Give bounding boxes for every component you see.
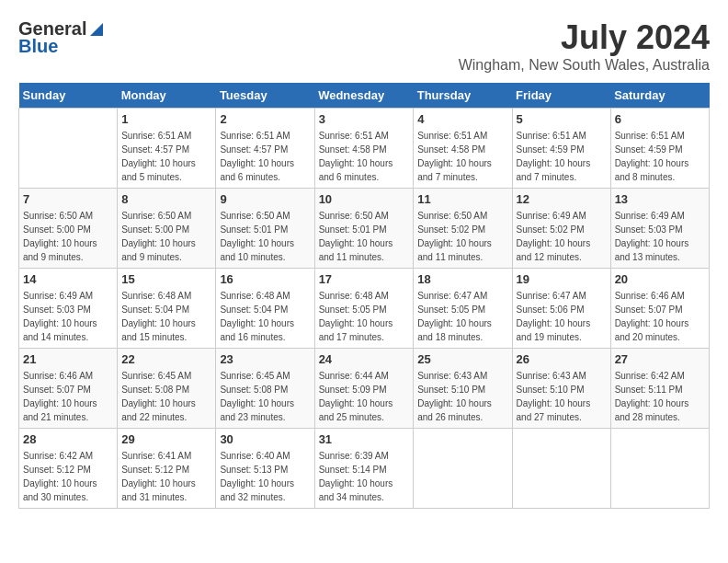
calendar-cell: 10Sunrise: 6:50 AMSunset: 5:01 PMDayligh… [314, 189, 414, 269]
day-header-monday: Monday [118, 83, 216, 109]
day-detail: Sunrise: 6:42 AMSunset: 5:12 PMDaylight:… [23, 449, 113, 504]
day-number: 14 [23, 272, 113, 286]
calendar-cell: 31Sunrise: 6:39 AMSunset: 5:14 PMDayligh… [314, 429, 414, 509]
logo: General Blue [18, 18, 105, 57]
day-number: 21 [23, 352, 113, 366]
calendar-cell: 16Sunrise: 6:48 AMSunset: 5:04 PMDayligh… [216, 269, 314, 349]
day-detail: Sunrise: 6:41 AMSunset: 5:12 PMDaylight:… [121, 449, 211, 504]
day-detail: Sunrise: 6:48 AMSunset: 5:05 PMDaylight:… [319, 289, 410, 344]
day-number: 23 [220, 352, 310, 366]
day-detail: Sunrise: 6:51 AMSunset: 4:57 PMDaylight:… [121, 129, 211, 184]
calendar-cell: 8Sunrise: 6:50 AMSunset: 5:00 PMDaylight… [118, 189, 216, 269]
day-detail: Sunrise: 6:46 AMSunset: 5:07 PMDaylight:… [23, 369, 113, 424]
calendar-cell: 13Sunrise: 6:49 AMSunset: 5:03 PMDayligh… [610, 189, 709, 269]
day-header-sunday: Sunday [19, 83, 118, 109]
day-detail: Sunrise: 6:51 AMSunset: 4:59 PMDaylight:… [517, 129, 607, 184]
day-number: 4 [417, 112, 507, 126]
calendar-cell: 6Sunrise: 6:51 AMSunset: 4:59 PMDaylight… [610, 109, 709, 189]
calendar-week-1: 1Sunrise: 6:51 AMSunset: 4:57 PMDaylight… [19, 109, 710, 189]
calendar-cell: 12Sunrise: 6:49 AMSunset: 5:02 PMDayligh… [512, 189, 610, 269]
day-detail: Sunrise: 6:48 AMSunset: 5:04 PMDaylight:… [121, 289, 211, 344]
day-number: 22 [121, 352, 211, 366]
calendar-table: SundayMondayTuesdayWednesdayThursdayFrid… [18, 83, 710, 509]
day-number: 18 [417, 272, 507, 286]
day-number: 5 [517, 112, 607, 126]
calendar-cell: 1Sunrise: 6:51 AMSunset: 4:57 PMDaylight… [118, 109, 216, 189]
day-detail: Sunrise: 6:48 AMSunset: 5:04 PMDaylight:… [220, 289, 310, 344]
day-detail: Sunrise: 6:51 AMSunset: 4:58 PMDaylight:… [319, 129, 410, 184]
calendar-cell [512, 429, 610, 509]
day-number: 6 [615, 112, 705, 126]
calendar-cell: 17Sunrise: 6:48 AMSunset: 5:05 PMDayligh… [314, 269, 414, 349]
day-number: 11 [417, 192, 507, 206]
day-detail: Sunrise: 6:39 AMSunset: 5:14 PMDaylight:… [319, 449, 410, 504]
day-number: 25 [417, 352, 507, 366]
day-number: 17 [319, 272, 410, 286]
day-number: 29 [121, 432, 211, 446]
calendar-week-2: 7Sunrise: 6:50 AMSunset: 5:00 PMDaylight… [19, 189, 710, 269]
calendar-cell: 5Sunrise: 6:51 AMSunset: 4:59 PMDaylight… [512, 109, 610, 189]
month-title: July 2024 [459, 18, 710, 57]
day-number: 12 [517, 192, 607, 206]
svg-marker-0 [90, 23, 103, 36]
page-header: General Blue July 2024 Wingham, New Sout… [18, 18, 710, 74]
calendar-cell [414, 429, 512, 509]
day-detail: Sunrise: 6:51 AMSunset: 4:58 PMDaylight:… [417, 129, 507, 184]
day-detail: Sunrise: 6:50 AMSunset: 5:00 PMDaylight:… [23, 209, 113, 264]
day-number: 8 [121, 192, 211, 206]
title-area: July 2024 Wingham, New South Wales, Aust… [459, 18, 710, 74]
calendar-cell: 26Sunrise: 6:43 AMSunset: 5:10 PMDayligh… [512, 349, 610, 429]
calendar-cell: 2Sunrise: 6:51 AMSunset: 4:57 PMDaylight… [216, 109, 314, 189]
calendar-cell [19, 109, 118, 189]
day-header-friday: Friday [512, 83, 610, 109]
logo-triangle-icon [88, 21, 105, 38]
day-number: 1 [121, 112, 211, 126]
day-number: 27 [615, 352, 705, 366]
day-detail: Sunrise: 6:44 AMSunset: 5:09 PMDaylight:… [319, 369, 410, 424]
day-detail: Sunrise: 6:45 AMSunset: 5:08 PMDaylight:… [121, 369, 211, 424]
calendar-week-4: 21Sunrise: 6:46 AMSunset: 5:07 PMDayligh… [19, 349, 710, 429]
day-detail: Sunrise: 6:50 AMSunset: 5:01 PMDaylight:… [220, 209, 310, 264]
calendar-cell: 23Sunrise: 6:45 AMSunset: 5:08 PMDayligh… [216, 349, 314, 429]
calendar-cell: 3Sunrise: 6:51 AMSunset: 4:58 PMDaylight… [314, 109, 414, 189]
calendar-cell: 9Sunrise: 6:50 AMSunset: 5:01 PMDaylight… [216, 189, 314, 269]
day-detail: Sunrise: 6:46 AMSunset: 5:07 PMDaylight:… [615, 289, 705, 344]
day-detail: Sunrise: 6:50 AMSunset: 5:02 PMDaylight:… [417, 209, 507, 264]
calendar-cell: 29Sunrise: 6:41 AMSunset: 5:12 PMDayligh… [118, 429, 216, 509]
day-number: 26 [517, 352, 607, 366]
day-detail: Sunrise: 6:43 AMSunset: 5:10 PMDaylight:… [517, 369, 607, 424]
day-number: 2 [220, 112, 310, 126]
location: Wingham, New South Wales, Australia [459, 57, 710, 74]
day-number: 10 [319, 192, 410, 206]
day-header-tuesday: Tuesday [216, 83, 314, 109]
day-number: 3 [319, 112, 410, 126]
day-detail: Sunrise: 6:50 AMSunset: 5:01 PMDaylight:… [319, 209, 410, 264]
day-detail: Sunrise: 6:49 AMSunset: 5:02 PMDaylight:… [517, 209, 607, 264]
day-detail: Sunrise: 6:51 AMSunset: 4:59 PMDaylight:… [615, 129, 705, 184]
calendar-cell: 28Sunrise: 6:42 AMSunset: 5:12 PMDayligh… [19, 429, 118, 509]
day-detail: Sunrise: 6:49 AMSunset: 5:03 PMDaylight:… [615, 209, 705, 264]
calendar-cell: 14Sunrise: 6:49 AMSunset: 5:03 PMDayligh… [19, 269, 118, 349]
day-number: 20 [615, 272, 705, 286]
calendar-week-3: 14Sunrise: 6:49 AMSunset: 5:03 PMDayligh… [19, 269, 710, 349]
day-number: 30 [220, 432, 310, 446]
day-header-thursday: Thursday [414, 83, 512, 109]
calendar-header-row: SundayMondayTuesdayWednesdayThursdayFrid… [19, 83, 710, 109]
day-header-wednesday: Wednesday [314, 83, 414, 109]
calendar-cell: 21Sunrise: 6:46 AMSunset: 5:07 PMDayligh… [19, 349, 118, 429]
day-detail: Sunrise: 6:42 AMSunset: 5:11 PMDaylight:… [615, 369, 705, 424]
calendar-week-5: 28Sunrise: 6:42 AMSunset: 5:12 PMDayligh… [19, 429, 710, 509]
calendar-cell: 30Sunrise: 6:40 AMSunset: 5:13 PMDayligh… [216, 429, 314, 509]
calendar-cell: 4Sunrise: 6:51 AMSunset: 4:58 PMDaylight… [414, 109, 512, 189]
day-number: 31 [319, 432, 410, 446]
calendar-cell: 24Sunrise: 6:44 AMSunset: 5:09 PMDayligh… [314, 349, 414, 429]
day-number: 19 [517, 272, 607, 286]
day-detail: Sunrise: 6:51 AMSunset: 4:57 PMDaylight:… [220, 129, 310, 184]
day-detail: Sunrise: 6:50 AMSunset: 5:00 PMDaylight:… [121, 209, 211, 264]
calendar-cell: 15Sunrise: 6:48 AMSunset: 5:04 PMDayligh… [118, 269, 216, 349]
day-number: 7 [23, 192, 113, 206]
day-detail: Sunrise: 6:43 AMSunset: 5:10 PMDaylight:… [417, 369, 507, 424]
calendar-cell: 22Sunrise: 6:45 AMSunset: 5:08 PMDayligh… [118, 349, 216, 429]
day-number: 28 [23, 432, 113, 446]
calendar-cell: 7Sunrise: 6:50 AMSunset: 5:00 PMDaylight… [19, 189, 118, 269]
